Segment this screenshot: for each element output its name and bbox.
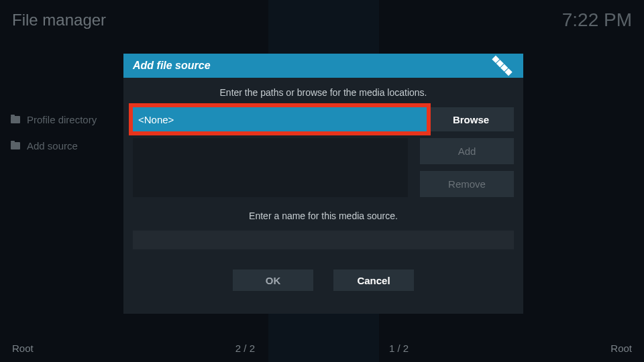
dialog-header: Add file source	[123, 54, 523, 78]
folder-icon	[11, 142, 20, 149]
browse-button[interactable]: Browse	[428, 107, 514, 131]
add-file-source-dialog: Add file source Enter the paths or brows…	[123, 54, 523, 314]
bottom-bar: Root 2 / 2 1 / 2 Root	[12, 343, 632, 354]
dialog-title: Add file source	[133, 60, 211, 72]
sidebar-item-add-source[interactable]: Add source	[11, 140, 97, 152]
sidebar: Profile directory Add source	[11, 114, 97, 166]
clock: 7:22 PM	[562, 9, 632, 31]
cancel-button[interactable]: Cancel	[333, 269, 414, 291]
ok-button[interactable]: OK	[233, 269, 313, 291]
dialog-body: Enter the paths or browse for the media …	[123, 78, 523, 314]
kodi-logo-icon	[492, 56, 512, 76]
name-prompt: Enter a name for this media source.	[133, 210, 514, 221]
name-input[interactable]	[133, 231, 514, 249]
footer-counter-right: 1 / 2	[389, 343, 409, 354]
sidebar-item-label: Profile directory	[27, 114, 97, 125]
page-title: File manager	[12, 11, 106, 29]
sidebar-item-label: Add source	[27, 140, 78, 152]
sidebar-item-profile-directory[interactable]: Profile directory	[11, 114, 97, 125]
path-input[interactable]: <None>	[129, 103, 431, 135]
footer-counter-left: 2 / 2	[235, 343, 255, 354]
top-bar: File manager 7:22 PM	[12, 9, 632, 31]
paths-list[interactable]	[133, 138, 408, 197]
remove-button[interactable]: Remove	[420, 171, 514, 197]
path-prompt: Enter the paths or browse for the media …	[133, 87, 514, 98]
add-button[interactable]: Add	[420, 138, 514, 164]
folder-icon	[11, 116, 20, 123]
